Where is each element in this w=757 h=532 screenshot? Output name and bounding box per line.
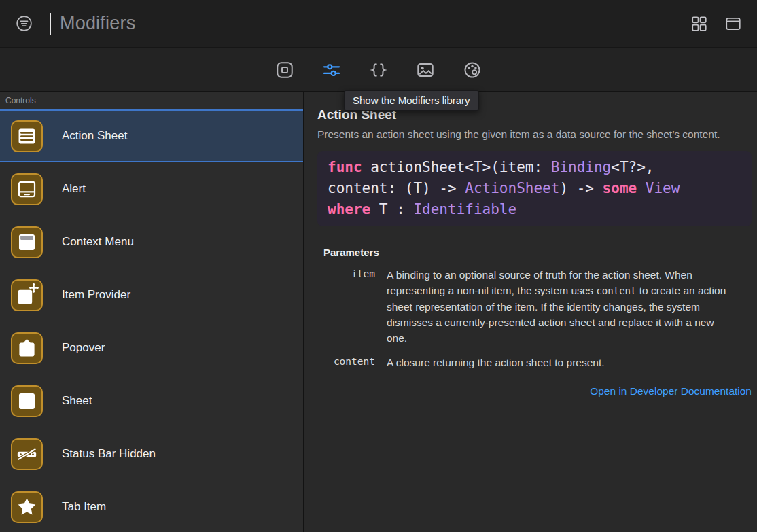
- status-bar-hidden-icon: [11, 438, 43, 470]
- library-toolbar: Modifiers: [0, 0, 757, 48]
- open-in-docs-link[interactable]: Open in Developer Documentation: [590, 385, 752, 397]
- context-menu-icon: [11, 226, 43, 258]
- item-provider-icon: [11, 279, 43, 311]
- code-line: where T : Identifiable: [328, 199, 741, 220]
- snippets-library-icon: [369, 60, 388, 79]
- library-tab-bar: [0, 48, 757, 92]
- parameters-table: itemA binding to an optional source of t…: [323, 267, 752, 370]
- parameters-section: Parameters itemA binding to an optional …: [323, 247, 752, 370]
- parameter-description: A closure returning the action sheet to …: [387, 355, 726, 370]
- sidebar-item-label: Alert: [62, 182, 86, 196]
- tab-views-library[interactable]: [275, 60, 295, 80]
- sidebar-section-label: Controls: [0, 92, 303, 109]
- sidebar: Controls Action SheetAlertContext MenuIt…: [0, 92, 304, 532]
- code-line: func actionSheet<T>(item: Binding<T?>,: [328, 157, 741, 178]
- library-filter-icon[interactable]: [15, 14, 33, 33]
- parameter-row-item: itemA binding to an optional source of t…: [323, 267, 752, 346]
- sidebar-item-label: Action Sheet: [62, 129, 127, 143]
- tab-modifiers-library[interactable]: [321, 60, 342, 80]
- sidebar-item-action-sheet[interactable]: Action Sheet: [0, 109, 303, 162]
- alert-icon: [11, 173, 43, 205]
- sidebar-item-label: Status Bar Hidden: [62, 447, 156, 461]
- grid-view-icon[interactable]: [690, 15, 708, 33]
- sidebar-item-label: Tab Item: [62, 500, 106, 514]
- sidebar-item-label: Item Provider: [62, 288, 130, 302]
- tab-media-library[interactable]: [415, 60, 436, 80]
- window-icon[interactable]: [724, 15, 742, 33]
- tab-color-library[interactable]: [462, 60, 482, 80]
- sidebar-item-tab-item[interactable]: Tab Item: [0, 480, 303, 532]
- library-search-area[interactable]: Modifiers: [15, 13, 135, 35]
- popover-icon: [11, 332, 43, 364]
- media-library-icon: [416, 60, 435, 79]
- sidebar-item-alert[interactable]: Alert: [0, 162, 303, 215]
- sidebar-item-sheet[interactable]: Sheet: [0, 374, 303, 427]
- tooltip: Show the Modifiers library: [344, 90, 479, 111]
- parameters-heading: Parameters: [323, 247, 752, 258]
- library-window: Modifiers Controls Action SheetAlertCont…: [0, 0, 757, 532]
- views-library-icon: [275, 60, 294, 79]
- sidebar-item-label: Context Menu: [62, 235, 134, 249]
- detail-description: Presents an action sheet using the given…: [317, 128, 752, 141]
- sidebar-list: Action SheetAlertContext MenuItem Provid…: [0, 109, 303, 532]
- action-sheet-icon: [11, 120, 43, 152]
- sidebar-item-status-bar-hidden[interactable]: Status Bar Hidden: [0, 427, 303, 480]
- sidebar-item-item-provider[interactable]: Item Provider: [0, 268, 303, 321]
- detail-panel: Action Sheet Presents an action sheet us…: [304, 92, 757, 532]
- code-block: func actionSheet<T>(item: Binding<T?>,co…: [317, 151, 752, 226]
- color-palette-icon: [463, 60, 482, 79]
- code-line: content: (T) -> ActionSheet) -> some Vie…: [328, 178, 741, 199]
- sidebar-item-label: Sheet: [62, 394, 92, 408]
- library-search-input[interactable]: Modifiers: [60, 13, 135, 34]
- parameter-name: content: [323, 355, 375, 370]
- modifiers-library-icon: [322, 60, 341, 79]
- sidebar-item-context-menu[interactable]: Context Menu: [0, 215, 303, 268]
- parameter-description: A binding to an optional source of truth…: [387, 267, 726, 346]
- sidebar-item-popover[interactable]: Popover: [0, 321, 303, 374]
- parameter-name: item: [323, 267, 375, 346]
- tab-item-icon: [11, 491, 43, 523]
- parameter-row-content: contentA closure returning the action sh…: [323, 355, 752, 370]
- sheet-icon: [11, 385, 43, 417]
- tab-snippets-library[interactable]: [368, 60, 389, 80]
- sidebar-item-label: Popover: [62, 341, 105, 355]
- text-caret: [50, 13, 51, 35]
